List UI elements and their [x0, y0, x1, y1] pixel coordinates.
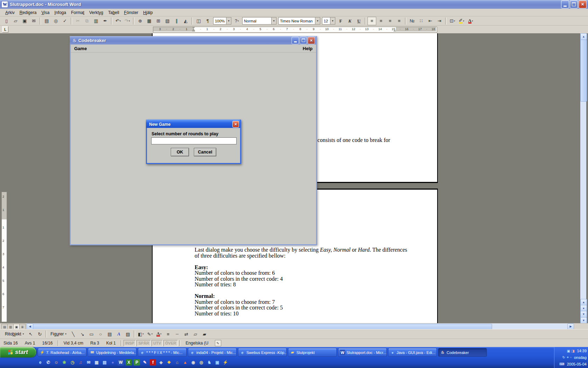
task-ie-fix[interactable]: e* * * F I X * * * - Mic... — [138, 348, 187, 357]
insert-excel-sheet-icon[interactable]: ▧ — [163, 17, 172, 25]
tux-icon[interactable]: ▲ — [182, 359, 188, 366]
codebreaker-minimize-button[interactable] — [292, 37, 299, 44]
menu-help[interactable]: Help — [303, 46, 313, 51]
free-rotate-icon[interactable]: ↻ — [35, 330, 44, 338]
shadow-icon[interactable]: ▱ — [191, 330, 200, 338]
style-select[interactable]: Normal▾ — [242, 17, 276, 25]
bluetooth-icon[interactable]: ✦ — [566, 355, 569, 359]
fill-color-icon[interactable]: ◧▾ — [136, 330, 145, 338]
winamp-icon[interactable]: ⚡ — [222, 359, 229, 366]
volume-icon[interactable]: ◨ — [571, 349, 574, 353]
menu-arkiv[interactable]: Arkiv — [3, 9, 17, 16]
chevron-down-icon[interactable]: ▾ — [226, 18, 231, 24]
new-game-titlebar[interactable]: New Game ✕ — [146, 120, 240, 128]
codebreaker-maximize-button[interactable] — [300, 37, 307, 44]
increase-indent-icon[interactable]: ⇥ — [435, 17, 444, 25]
task-word-slutrapport[interactable]: WSlutrapport.doc - Micr... — [338, 348, 387, 357]
drawing-icon[interactable]: ◭ — [181, 17, 190, 25]
scroll-down-button[interactable]: ▼ — [580, 317, 587, 323]
messenger-icon[interactable]: ❀ — [61, 359, 68, 366]
horizontal-scrollbar[interactable]: ◀ ▶ — [27, 323, 574, 329]
bold-icon[interactable]: F — [336, 17, 345, 25]
notes-icon[interactable]: ▤ — [102, 359, 108, 366]
homesite-icon[interactable]: ⌂ — [174, 359, 180, 366]
bullet-list-icon[interactable]: ∷ — [417, 17, 426, 25]
format-painter-icon[interactable]: ✒ — [101, 17, 110, 25]
scroll-left-button[interactable]: ◀ — [27, 323, 33, 329]
select-objects-icon[interactable]: ↖ — [26, 330, 35, 338]
numbered-list-icon[interactable]: № — [408, 17, 416, 25]
codebreaker-close-button[interactable]: ✕ — [308, 37, 315, 44]
cd-burner-icon[interactable]: ◉ — [190, 359, 196, 366]
status-flag-insp[interactable]: INSP — [124, 340, 136, 346]
tables-and-borders-icon[interactable]: ▦ — [145, 17, 154, 25]
task-folder-slutprojekt[interactable]: ▰Slutprojekt — [288, 348, 337, 357]
print-icon[interactable]: ▤ — [42, 17, 51, 25]
ok-button[interactable]: OK — [171, 148, 189, 156]
help-icon[interactable]: ?▾ — [232, 17, 241, 25]
new-document-icon[interactable]: ▯ — [2, 17, 11, 25]
line-style-icon[interactable]: ≡ — [164, 330, 173, 338]
codebreaker-titlebar[interactable]: ♨ Codebreaker ✕ — [70, 36, 316, 45]
align-right-icon[interactable]: ≡ — [386, 17, 394, 25]
flash-icon[interactable]: f — [150, 359, 156, 366]
font-color-icon[interactable]: A▾ — [466, 17, 475, 25]
line-color-icon[interactable]: ✎▾ — [146, 330, 154, 338]
paste-icon[interactable]: ▥ — [92, 17, 100, 25]
scroll-right-button[interactable]: ▶ — [567, 323, 574, 329]
bat-icon[interactable]: ◆ — [158, 359, 164, 366]
task-winamp[interactable]: ⚡7. Radiohead - Airba... — [38, 348, 86, 357]
outlook-icon[interactable]: ✉ — [85, 359, 92, 366]
rounds-input[interactable] — [151, 137, 237, 144]
tab-selector[interactable]: L — [2, 26, 8, 33]
align-center-icon[interactable]: ≡ — [377, 17, 385, 25]
3d-icon[interactable]: ▰ — [200, 330, 209, 338]
menu-tabell[interactable]: Tabell — [106, 9, 121, 16]
word-icon[interactable]: W — [118, 359, 124, 366]
undo-icon[interactable]: ↶▾ — [114, 17, 122, 25]
menu-redigera[interactable]: Redigera — [17, 9, 39, 16]
display-settings-icon[interactable]: ▣ — [567, 349, 570, 353]
rectangle-icon[interactable]: ▭ — [87, 330, 96, 338]
task-java-editor[interactable]: ●Java - GUI.java - Edi... — [388, 348, 437, 357]
status-flag-spår[interactable]: SPÅR — [136, 340, 151, 346]
menu-game[interactable]: Game — [74, 46, 87, 51]
word-titlebar[interactable]: W Slutrapport.doc - Microsoft Word ✕ — [0, 0, 588, 9]
show-paragraph-marks-icon[interactable]: ¶ — [203, 17, 212, 25]
schedule-icon[interactable]: ◷ — [69, 359, 76, 366]
decrease-indent-icon[interactable]: ⇤ — [426, 17, 435, 25]
status-flag-utv[interactable]: UTV — [152, 340, 163, 346]
next-page-button[interactable]: ▼ — [580, 311, 587, 318]
eclipse-icon[interactable]: ● — [110, 359, 116, 366]
word-restore-button[interactable] — [570, 0, 578, 8]
font-select[interactable]: Times New Roman▾ — [278, 17, 320, 25]
dash-style-icon[interactable]: ┄ — [173, 330, 182, 338]
arrow-style-icon[interactable]: ⇄ — [182, 330, 191, 338]
menu-infoga[interactable]: Infoga — [52, 9, 69, 16]
line-icon[interactable]: ╲ — [69, 330, 78, 338]
cd-icon[interactable]: ◎ — [198, 359, 204, 366]
redo-icon[interactable]: ↷▾ — [123, 17, 132, 25]
mediaplayer-icon[interactable]: ♫ — [77, 359, 84, 366]
italic-icon[interactable]: K — [345, 17, 354, 25]
align-left-icon[interactable]: ≡ — [368, 17, 376, 25]
menu-format[interactable]: Format — [69, 9, 87, 16]
editor-icon[interactable]: ✎ — [142, 359, 148, 366]
size-select[interactable]: 12▾ — [322, 17, 335, 25]
spelling-icon[interactable]: ✓ — [61, 17, 69, 25]
chevron-down-icon[interactable]: ▾ — [330, 18, 335, 24]
horse-icon[interactable]: ♞ — [206, 359, 212, 366]
justify-icon[interactable]: ≡ — [395, 17, 404, 25]
scroll-up-button[interactable]: ▲ — [580, 33, 587, 40]
chevron-down-icon[interactable]: ▾ — [315, 18, 320, 24]
arrow-icon[interactable]: ↘ — [78, 330, 87, 338]
new-game-close-button[interactable]: ✕ — [232, 121, 239, 128]
task-ie-swebus[interactable]: eSwebus Express -Köp... — [238, 348, 287, 357]
wordart-icon[interactable]: A — [114, 330, 123, 338]
open-icon[interactable]: ▱ — [11, 17, 20, 25]
columns-icon[interactable]: ∥ — [172, 17, 181, 25]
cut-icon[interactable]: ✂ — [74, 17, 82, 25]
font-color-icon[interactable]: A▾ — [155, 330, 163, 338]
save-icon[interactable]: ▣ — [20, 17, 29, 25]
outside-border-icon[interactable]: ⊡▾ — [448, 17, 457, 25]
